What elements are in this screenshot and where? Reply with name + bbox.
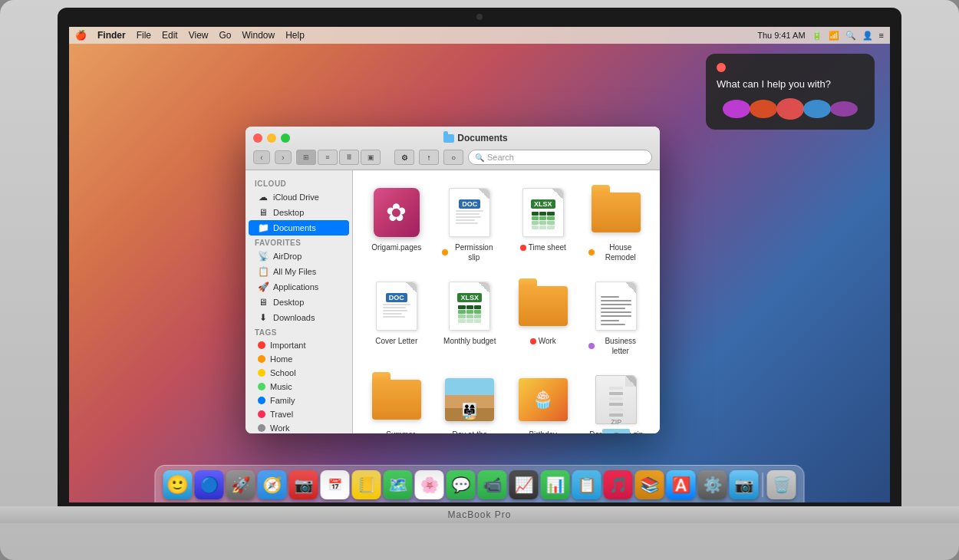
- sidebar-item-desktop[interactable]: 🖥 Desktop: [249, 205, 349, 220]
- maximize-button[interactable]: [281, 133, 290, 143]
- svg-point-4: [830, 101, 858, 117]
- dock-numbers[interactable]: 📊: [541, 470, 570, 499]
- sidebar-item-tag-travel[interactable]: Travel: [249, 407, 349, 421]
- dock-keynote[interactable]: 📋: [572, 470, 601, 499]
- tags-section-label: Tags: [246, 325, 352, 338]
- cupcakes-photo-content: 🧁: [519, 378, 568, 421]
- help-menu[interactable]: Help: [285, 30, 305, 41]
- dock-notes[interactable]: 📒: [352, 470, 381, 499]
- tag-color-dot: [258, 355, 265, 363]
- file-item[interactable]: 🏖️ Day at the beach: [437, 368, 503, 433]
- sidebar-item-downloads[interactable]: ⬇ Downloads: [249, 310, 349, 325]
- dock-launchpad[interactable]: 🚀: [226, 470, 255, 499]
- dock-trash[interactable]: 🗑️: [767, 470, 796, 499]
- sidebar-item-tag-work[interactable]: Work: [249, 421, 349, 433]
- tag-label: Home: [270, 354, 292, 364]
- minimize-button[interactable]: [267, 133, 276, 143]
- file-item[interactable]: ZIP 👩 Derreks Trip.zip: [584, 368, 650, 433]
- sidebar-item-documents[interactable]: 📁 Documents: [249, 220, 349, 236]
- search-icon[interactable]: 🔍: [845, 31, 856, 41]
- share-button[interactable]: ↑: [419, 150, 439, 165]
- column-view-button[interactable]: Ⅲ: [339, 150, 359, 165]
- title-folder-icon: [443, 134, 454, 143]
- cloud-icon: ☁: [258, 192, 269, 203]
- forward-button[interactable]: ›: [275, 150, 292, 164]
- go-menu[interactable]: Go: [219, 30, 232, 41]
- file-item[interactable]: ✿Origami.pages: [364, 181, 430, 267]
- sidebar-item-airdrop[interactable]: 📡 AirDrop: [249, 249, 349, 264]
- file-tag-dot: [520, 245, 526, 251]
- menubar: 🍎 Finder File Edit View Go Window Help T…: [69, 27, 890, 44]
- window-menu[interactable]: Window: [242, 30, 275, 41]
- sidebar-desktop2-label: Desktop: [273, 298, 304, 307]
- cupcakes-photo-icon: 🧁: [519, 378, 568, 421]
- dock-finder[interactable]: 🙂: [163, 470, 193, 499]
- control-center-icon[interactable]: ≡: [879, 31, 884, 40]
- dock-calendar[interactable]: 📅: [321, 470, 350, 499]
- file-icon-xlsx: XLSX: [516, 186, 570, 239]
- search-icon: 🔍: [475, 153, 484, 162]
- search-box[interactable]: 🔍 Search: [468, 150, 652, 165]
- dock-messages[interactable]: 💬: [447, 470, 476, 499]
- dock-photo-booth[interactable]: 📷: [289, 470, 318, 499]
- file-icon-folder: [589, 186, 643, 239]
- sidebar-item-tag-family[interactable]: Family: [249, 394, 349, 407]
- sidebar-item-tag-home[interactable]: Home: [249, 352, 349, 366]
- dock-ibooks[interactable]: 📚: [635, 470, 664, 499]
- dock-stocks[interactable]: 📈: [509, 470, 539, 499]
- dock-facetime[interactable]: 📹: [478, 470, 507, 499]
- action-button[interactable]: ⚙: [394, 150, 414, 165]
- dock-safari[interactable]: 🧭: [258, 470, 287, 499]
- tag-label: Important: [270, 341, 305, 350]
- view-menu[interactable]: View: [189, 30, 209, 41]
- file-name: Day at the beach: [442, 430, 499, 433]
- sidebar-item-applications[interactable]: 🚀 Applications: [249, 279, 349, 295]
- sidebar-item-all-my-files[interactable]: 📋 All My Files: [249, 264, 349, 279]
- file-item[interactable]: Summer Plans: [364, 368, 430, 433]
- svg-point-2: [776, 98, 804, 120]
- dock-maps[interactable]: 🗺️: [384, 470, 413, 499]
- file-item[interactable]: DOC Cover Letter: [364, 275, 430, 361]
- zip-file-icon: ZIP 👩: [595, 375, 637, 424]
- sidebar-icloud-drive-label: iCloud Drive: [273, 193, 319, 202]
- file-label: Day at the beach: [442, 430, 499, 433]
- file-icon-photo_cupcakes: 🧁: [516, 373, 570, 427]
- file-item[interactable]: Business letter: [584, 275, 650, 361]
- tag-color-dot: [258, 369, 265, 377]
- sidebar-item-tag-music[interactable]: Music: [249, 380, 349, 394]
- file-item[interactable]: Work: [510, 275, 576, 361]
- tag-button[interactable]: ○: [443, 150, 463, 165]
- tag-color-dot: [258, 424, 265, 432]
- cover-flow-button[interactable]: ▣: [361, 150, 381, 165]
- file-item[interactable]: XLSX Time sheet: [510, 181, 576, 267]
- file-name: Time sheet: [529, 242, 566, 252]
- apple-menu[interactable]: 🍎: [75, 30, 87, 41]
- dock-system-prefs[interactable]: ⚙️: [698, 470, 727, 499]
- back-button[interactable]: ‹: [253, 150, 270, 164]
- list-view-button[interactable]: ≡: [318, 150, 338, 165]
- file-menu[interactable]: File: [137, 30, 151, 41]
- dock-app-store[interactable]: 🅰️: [667, 470, 696, 499]
- dock-camera[interactable]: 📷: [730, 470, 759, 499]
- doc-badge: DOC: [386, 293, 407, 302]
- sidebar-item-desktop2[interactable]: 🖥 Desktop: [249, 295, 349, 310]
- dock-siri[interactable]: 🔵: [195, 470, 224, 499]
- edit-menu[interactable]: Edit: [162, 30, 178, 41]
- file-item[interactable]: DOC Permission slip: [437, 181, 503, 267]
- file-item[interactable]: XLSX Monthly budget: [437, 275, 503, 361]
- finder-grid: ✿Origami.pages DOC Permission slip XLSX: [353, 170, 660, 433]
- siri-close-button[interactable]: [717, 63, 726, 72]
- dock-photos[interactable]: 🌸: [415, 470, 444, 499]
- close-button[interactable]: [253, 133, 262, 143]
- finder-menu[interactable]: Finder: [97, 30, 126, 41]
- dock-itunes[interactable]: 🎵: [604, 470, 633, 499]
- icon-view-button[interactable]: ⊞: [296, 150, 316, 165]
- file-label: Work: [530, 336, 556, 346]
- file-item[interactable]: 🧁 Birthday Cupcakes: [510, 368, 576, 433]
- sidebar-item-icloud-drive[interactable]: ☁ iCloud Drive: [249, 189, 349, 205]
- file-item[interactable]: House Remodel: [584, 181, 650, 267]
- user-icon[interactable]: 👤: [862, 31, 873, 41]
- sidebar-item-tag-school[interactable]: School: [249, 366, 349, 380]
- sidebar-item-tag-important[interactable]: Important: [249, 338, 349, 352]
- file-label: Monthly budget: [443, 336, 496, 346]
